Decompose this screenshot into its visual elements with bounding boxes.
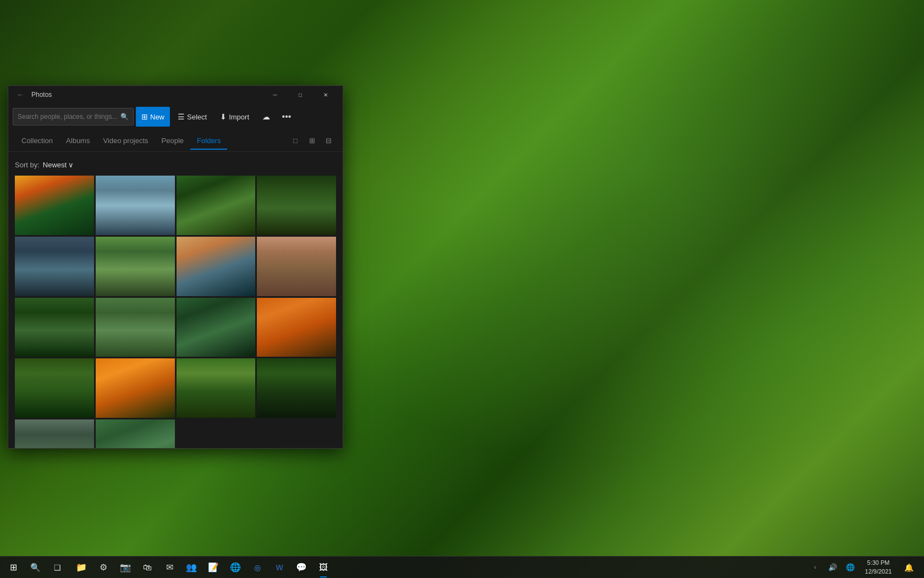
notification-button[interactable]: 🔔	[898, 557, 920, 579]
taskbar-app-camera[interactable]: 📷	[114, 557, 136, 579]
photo-cell-5[interactable]	[15, 237, 94, 296]
search-icon[interactable]: 🔍	[120, 113, 129, 121]
taskbar-app-notepad[interactable]: 📝	[202, 557, 224, 579]
photo-cell-11[interactable]	[177, 298, 256, 357]
window-title: Photos	[31, 91, 262, 99]
search-box[interactable]: 🔍	[13, 108, 134, 126]
photo-cell-18[interactable]	[96, 419, 175, 448]
close-button[interactable]: ✕	[313, 86, 338, 103]
photo-cell-6[interactable]	[96, 237, 175, 296]
tab-collection[interactable]: Collection	[15, 132, 59, 149]
taskbar-app-store[interactable]: 🛍	[136, 557, 158, 579]
onedrive-button[interactable]: ☁	[257, 107, 276, 127]
title-bar: ← Photos ─ □ ✕	[8, 86, 343, 103]
taskbar-app-word[interactable]: W	[268, 557, 290, 579]
photo-cell-2[interactable]	[96, 176, 175, 235]
taskbar-apps: 📁 ⚙ 📷 🛍 ✉ 👥 📝 🌐 ◎ W 💬 🖼	[68, 557, 806, 579]
photo-cell-12[interactable]	[257, 298, 336, 357]
tray-clock[interactable]: 5:30 PM 12/9/2021	[859, 557, 898, 579]
tray-chevron[interactable]: ‹	[806, 557, 824, 579]
sort-bar: Sort by: Newest ∨	[15, 156, 336, 176]
content-area[interactable]: Sort by: Newest ∨	[8, 152, 343, 448]
tab-video-projects[interactable]: Video projects	[96, 132, 155, 149]
select-icon: ☰	[178, 112, 185, 121]
photo-cell-4[interactable]	[257, 176, 336, 235]
tray-speaker[interactable]: 🔊	[824, 557, 842, 579]
photo-cell-10[interactable]	[96, 298, 175, 357]
window-controls: ─ □ ✕	[262, 86, 338, 103]
photo-grid	[15, 176, 336, 448]
view-single[interactable]: □	[288, 133, 303, 149]
photo-cell-17[interactable]	[15, 419, 94, 448]
back-button[interactable]: ←	[13, 87, 28, 102]
sort-dropdown[interactable]: Newest ∨	[43, 161, 74, 169]
taskbar-app-chrome[interactable]: ◎	[246, 557, 268, 579]
minimize-button[interactable]: ─	[262, 86, 288, 103]
task-view-button[interactable]: ❑	[46, 557, 68, 579]
taskbar-app-photos[interactable]: 🖼	[312, 557, 334, 579]
taskbar-app-edge-legacy[interactable]: 🌐	[224, 557, 246, 579]
photo-cell-3[interactable]	[177, 176, 256, 235]
view-grid[interactable]: ⊞	[304, 133, 320, 149]
system-tray: ‹ 🔊 🌐 5:30 PM 12/9/2021 🔔	[806, 557, 922, 579]
start-button[interactable]: ⊞	[2, 557, 24, 579]
onedrive-icon: ☁	[262, 112, 270, 121]
taskbar-app-file-explorer[interactable]: 📁	[70, 557, 92, 579]
photo-cell-15[interactable]	[177, 358, 256, 418]
photo-cell-9[interactable]	[15, 298, 94, 357]
taskbar-app-mail[interactable]: ✉	[158, 557, 180, 579]
toolbar: 🔍 ⊞ New ☰ Select ⬇ Import ☁ •••	[8, 103, 343, 130]
nav-tabs: Collection Albums Video projects People …	[8, 130, 343, 152]
desktop: ← Photos ─ □ ✕ 🔍 ⊞ New ☰ Select	[0, 0, 924, 578]
photos-window: ← Photos ─ □ ✕ 🔍 ⊞ New ☰ Select	[8, 85, 343, 449]
view-buttons: □ ⊞ ⊟	[288, 133, 336, 149]
sort-label: Sort by:	[15, 161, 40, 169]
photo-cell-7[interactable]	[177, 237, 256, 296]
sort-value: Newest	[43, 161, 67, 169]
tray-date: 12/9/2021	[865, 568, 892, 576]
tray-network[interactable]: 🌐	[842, 557, 859, 579]
photo-cell-1[interactable]	[15, 176, 94, 235]
tray-time: 5:30 PM	[867, 559, 890, 567]
tab-albums[interactable]: Albums	[59, 132, 96, 149]
taskbar-app-settings[interactable]: ⚙	[92, 557, 114, 579]
new-button[interactable]: ⊞ New	[136, 107, 170, 127]
view-compact[interactable]: ⊟	[321, 133, 336, 149]
photo-cell-16[interactable]	[257, 358, 336, 418]
sort-chevron-icon: ∨	[68, 161, 74, 169]
taskbar-app-teams[interactable]: 👥	[180, 557, 202, 579]
import-icon: ⬇	[220, 112, 227, 121]
taskbar: ⊞ 🔍 ❑ 📁 ⚙ 📷 🛍 ✉ 👥 📝 🌐 ◎ W 💬 🖼 ‹ 🔊 🌐 5:30…	[0, 556, 924, 578]
search-input[interactable]	[18, 113, 120, 121]
taskbar-app-feedback[interactable]: 💬	[290, 557, 312, 579]
more-button[interactable]: •••	[278, 108, 295, 126]
taskbar-search-button[interactable]: 🔍	[24, 557, 46, 579]
photo-cell-8[interactable]	[257, 237, 336, 296]
maximize-button[interactable]: □	[288, 86, 313, 103]
tab-people[interactable]: People	[155, 132, 190, 149]
tab-folders[interactable]: Folders	[190, 132, 227, 149]
photo-cell-13[interactable]	[15, 358, 94, 418]
select-button[interactable]: ☰ Select	[172, 107, 212, 127]
new-icon: ⊞	[141, 112, 148, 121]
import-button[interactable]: ⬇ Import	[215, 107, 255, 127]
photo-cell-14[interactable]	[96, 358, 175, 418]
